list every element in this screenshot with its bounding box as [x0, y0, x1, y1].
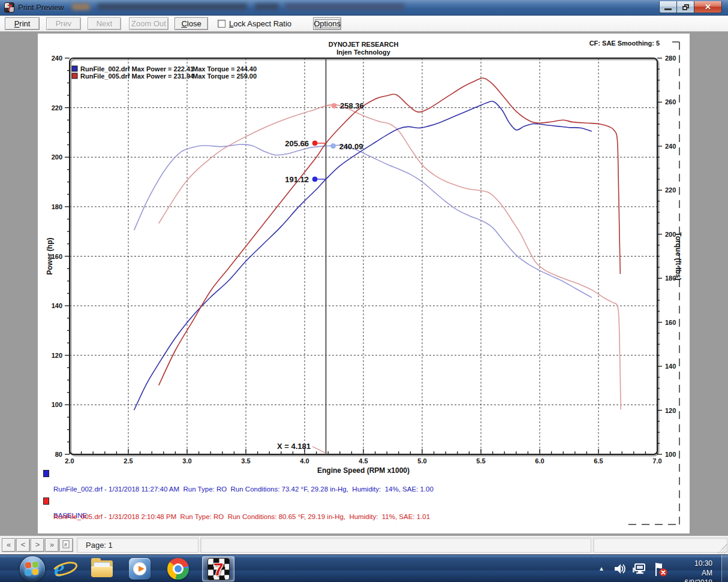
power-axis-title: Power (hp)	[46, 237, 54, 275]
print-preview-window: 7 Print Preview ✕ Print Prev Next Zoom O…	[0, 0, 728, 582]
curve-runfile-002-torque	[134, 144, 591, 297]
window-controls: ✕	[659, 1, 722, 13]
prev-page-button[interactable]: <	[16, 538, 30, 552]
print-button[interactable]: Print	[5, 17, 40, 30]
svg-text:3.0: 3.0	[182, 457, 191, 465]
taskbar-item-file-explorer[interactable]	[90, 557, 114, 581]
minimize-icon	[664, 8, 672, 10]
cursor-x-label: X = 4.181	[277, 442, 311, 451]
clock-time: 10:30 AM	[684, 559, 712, 578]
plot-frame-bevel	[71, 59, 658, 456]
preview-page: DYNOJET RESEARCHInjen TechnologyCF: SAE …	[38, 34, 690, 533]
callout-dot	[312, 141, 317, 146]
chart-title: DYNOJET RESEARCH	[329, 41, 399, 48]
svg-text:120: 120	[52, 352, 62, 359]
zoom-out-button[interactable]: Zoom Out	[129, 17, 169, 30]
volume-icon[interactable]	[613, 562, 627, 576]
svg-text:5.5: 5.5	[476, 457, 485, 465]
clock-date: 6/8/2018	[684, 578, 712, 582]
run1-line1: RunFile_002.drf - 1/31/2018 11:27:40 AM …	[53, 485, 434, 494]
cf-smoothing-note: CF: SAE Smoothing: 5	[589, 40, 660, 47]
first-page-button[interactable]: «	[2, 538, 16, 552]
prev-button[interactable]: Prev	[46, 17, 81, 30]
next-page-button[interactable]: >	[31, 538, 44, 552]
svg-text:4.5: 4.5	[359, 457, 368, 465]
legend-left-text: RunFile_005.drf Max Power = 231.94	[80, 73, 194, 80]
legend-chip	[72, 66, 77, 71]
resize-grip[interactable]	[717, 544, 727, 554]
svg-text:160: 160	[665, 319, 676, 326]
cursor-label-leader	[312, 447, 326, 453]
svg-text:140: 140	[665, 363, 676, 370]
svg-text:80: 80	[55, 451, 62, 458]
taskbar-clock[interactable]: 10:30 AM 6/8/2018	[684, 559, 712, 582]
chart-subtitle: Injen Technology	[336, 49, 391, 56]
taskbar-item-internet-explorer[interactable]: e	[53, 557, 77, 581]
callout-value: 191.12	[285, 175, 309, 184]
torque-axis-title: Torque (ft-lbs)	[674, 232, 682, 280]
svg-text:7.0: 7.0	[652, 457, 661, 465]
svg-text:2.0: 2.0	[65, 457, 74, 465]
svg-text:240: 240	[52, 55, 62, 62]
restore-button[interactable]	[677, 1, 694, 13]
show-hidden-icons-button[interactable]: ▲	[598, 565, 604, 572]
svg-text:220: 220	[665, 186, 676, 194]
network-icon[interactable]	[632, 562, 648, 576]
close-window-button[interactable]: ✕	[694, 1, 722, 13]
action-center-flag-icon[interactable]	[652, 562, 668, 577]
svg-text:120: 120	[665, 407, 676, 414]
legend-left-text: RunFile_002.drf Max Power = 222.41	[80, 65, 194, 73]
statusbar: « < > » # Page: 1	[0, 535, 728, 554]
app-icon: 7	[4, 2, 14, 13]
callout-dot	[332, 103, 336, 108]
taskbar-item-media-player[interactable]	[128, 557, 152, 581]
callout-dot	[312, 177, 317, 182]
svg-text:6.0: 6.0	[535, 457, 544, 465]
svg-text:5.0: 5.0	[417, 457, 426, 465]
preview-area: DYNOJET RESEARCHInjen TechnologyCF: SAE …	[0, 32, 728, 535]
svg-text:100: 100	[665, 451, 676, 458]
run2-line1: RunFile_005.drf - 1/31/2018 2:10:48 PM R…	[53, 512, 430, 521]
show-desktop-button[interactable]	[721, 555, 728, 582]
last-page-button[interactable]: »	[45, 538, 59, 552]
lock-aspect-ratio-label: Lock Aspect Ratio	[229, 19, 291, 28]
close-preview-button[interactable]: Close	[175, 17, 208, 30]
taskbar-item-dynojet-active[interactable]: 7	[202, 556, 234, 581]
options-button[interactable]: Options	[313, 17, 341, 30]
start-button[interactable]	[20, 556, 45, 581]
curves	[134, 78, 621, 409]
cursor-callouts: 258.36240.09205.66191.12	[285, 101, 363, 183]
callout-value: 205.66	[285, 139, 309, 148]
toolbar: Print Prev Next Zoom Out Close Lock Aspe…	[0, 16, 728, 32]
svg-text:260: 260	[665, 98, 676, 105]
svg-text:4.0: 4.0	[300, 457, 309, 465]
svg-text:240: 240	[665, 143, 676, 150]
svg-text:220: 220	[52, 104, 62, 111]
play-icon	[139, 566, 145, 572]
svg-text:140: 140	[52, 302, 62, 309]
legend-right-text: Max Torque = 259.00	[192, 73, 257, 80]
svg-text:200: 200	[52, 153, 62, 161]
legend-chip	[72, 73, 77, 79]
window-title: Print Preview	[18, 3, 64, 12]
restore-icon	[682, 4, 689, 10]
taskbar-item-chrome[interactable]	[166, 557, 190, 581]
goto-page-button[interactable]: #	[59, 538, 73, 552]
svg-text:180: 180	[52, 203, 62, 210]
svg-text:6.5: 6.5	[594, 457, 603, 465]
run1-color-chip	[43, 470, 49, 477]
minimize-button[interactable]	[659, 1, 677, 13]
svg-text:#: #	[64, 542, 67, 548]
callout-value: 258.36	[340, 101, 364, 110]
lock-aspect-ratio-checkbox[interactable]	[218, 20, 225, 28]
taskbar: e 7 ▲	[0, 554, 728, 582]
status-panel-3	[593, 538, 727, 553]
svg-text:100: 100	[52, 401, 62, 408]
page-number-icon: #	[62, 540, 70, 549]
svg-text:2.5: 2.5	[124, 457, 133, 465]
legend-right-text: Max Torque = 244.40	[192, 65, 257, 73]
dyno-chart: DYNOJET RESEARCHInjen TechnologyCF: SAE …	[38, 34, 690, 533]
titlebar[interactable]: 7 Print Preview ✕	[0, 0, 728, 16]
chart-legend: RunFile_002.drf Max Power = 222.41Max To…	[72, 65, 257, 80]
next-button[interactable]: Next	[88, 17, 121, 30]
